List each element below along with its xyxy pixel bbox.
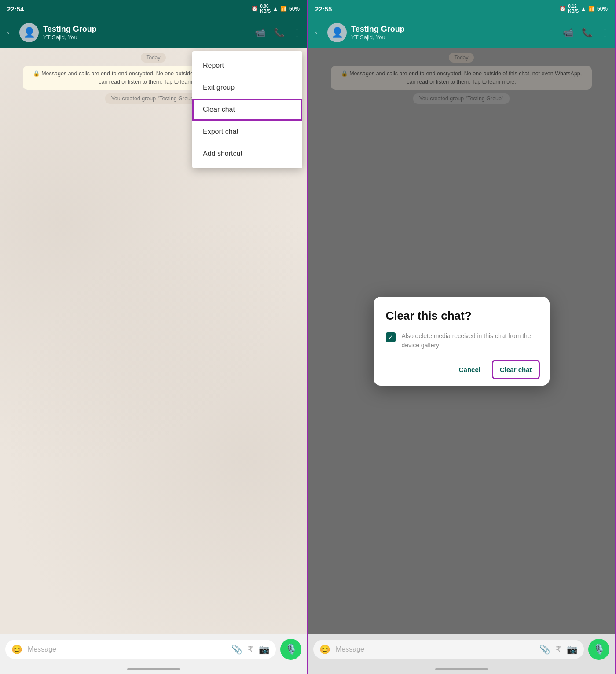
menu-item-add-shortcut-label: Add shortcut xyxy=(203,150,242,157)
right-back-button[interactable]: ← xyxy=(313,27,323,38)
clear-chat-dialog: Clear this chat? ✓ Also delete media rec… xyxy=(374,297,550,386)
group-title: Testing Group xyxy=(43,25,250,34)
video-call-icon[interactable]: 📹 xyxy=(255,27,266,38)
right-camera-icon[interactable]: 📷 xyxy=(567,644,578,655)
menu-item-exit-group[interactable]: Exit group xyxy=(192,77,302,99)
right-phone-call-icon[interactable]: 📞 xyxy=(582,27,593,38)
right-header-info: Testing Group YT Sajid, You xyxy=(351,25,558,41)
right-group-subtitle: YT Sajid, You xyxy=(351,34,558,41)
dialog-buttons: Cancel Clear chat xyxy=(386,362,537,377)
right-time: 22:55 xyxy=(315,5,332,13)
menu-item-export-chat[interactable]: Export chat xyxy=(192,121,302,143)
group-subtitle: YT Sajid, You xyxy=(43,34,250,41)
left-status-bar: 22:54 ⏰ 0.00KB/S ▲ 📶 50% xyxy=(0,0,307,18)
left-phone-panel: 22:54 ⏰ 0.00KB/S ▲ 📶 50% ← 👤 Testing Gro… xyxy=(0,0,308,674)
menu-item-exit-group-label: Exit group xyxy=(203,84,235,91)
right-header-actions: 📹 📞 ⋮ xyxy=(563,27,609,38)
right-battery-icon: 50% xyxy=(597,6,608,12)
dialog-checkbox-row: ✓ Also delete media received in this cha… xyxy=(386,331,537,350)
right-input-bar: 😊 Message 📎 ₹ 📷 🎙️ xyxy=(308,634,615,664)
battery-icon: 50% xyxy=(289,6,300,12)
right-chat-body: Today 🔒 Messages and calls are end-to-en… xyxy=(308,48,615,634)
menu-item-export-chat-label: Export chat xyxy=(203,128,238,135)
right-group-title: Testing Group xyxy=(351,25,558,34)
left-input-bar: 😊 Message 📎 ₹ 📷 🎙️ xyxy=(0,634,307,664)
checkbox-label-text: Also delete media received in this chat … xyxy=(402,331,537,350)
signal-icon: 📶 xyxy=(280,6,287,12)
group-created-message: You created group "Testing Group" xyxy=(105,93,202,104)
right-data-speed: 0.12KB/S xyxy=(568,4,579,14)
mic-icon: 🎙️ xyxy=(285,644,297,655)
right-status-icons: ⏰ 0.12KB/S ▲ 📶 50% xyxy=(559,4,608,14)
right-video-call-icon[interactable]: 📹 xyxy=(563,27,574,38)
right-message-input-field[interactable]: 😊 Message 📎 ₹ 📷 xyxy=(313,640,584,659)
message-input-field[interactable]: 😊 Message 📎 ₹ 📷 xyxy=(5,640,276,659)
right-message-placeholder[interactable]: Message xyxy=(336,645,534,653)
right-more-options-icon[interactable]: ⋮ xyxy=(601,27,609,38)
right-wifi-icon: ▲ xyxy=(581,6,586,12)
right-nav-bar xyxy=(308,664,615,674)
right-mic-icon: 🎙️ xyxy=(593,644,605,655)
camera-icon[interactable]: 📷 xyxy=(259,644,270,655)
menu-item-report-label: Report xyxy=(203,62,224,69)
dialog-title: Clear this chat? xyxy=(386,309,537,323)
wifi-icon: ▲ xyxy=(273,6,278,12)
right-alarm-icon: ⏰ xyxy=(559,6,566,12)
left-nav-bar xyxy=(0,664,307,674)
emoji-icon[interactable]: 😊 xyxy=(11,644,22,655)
dialog-overlay: Clear this chat? ✓ Also delete media rec… xyxy=(308,48,615,634)
header-actions: 📹 📞 ⋮ xyxy=(255,27,301,38)
menu-item-report[interactable]: Report xyxy=(192,55,302,77)
attach-icon[interactable]: 📎 xyxy=(231,644,242,655)
right-attach-icon[interactable]: 📎 xyxy=(539,644,550,655)
message-placeholder[interactable]: Message xyxy=(28,645,226,653)
nav-home-line xyxy=(127,668,180,670)
right-phone-panel: 22:55 ⏰ 0.12KB/S ▲ 📶 50% ← 👤 Testing Gro… xyxy=(308,0,616,674)
context-menu: Report Exit group Clear chat Export chat… xyxy=(192,51,302,168)
left-status-icons: ⏰ 0.00KB/S ▲ 📶 50% xyxy=(251,4,300,14)
right-chat-header: ← 👤 Testing Group YT Sajid, You 📹 📞 ⋮ xyxy=(308,18,615,48)
back-button[interactable]: ← xyxy=(5,27,15,38)
header-info: Testing Group YT Sajid, You xyxy=(43,25,250,41)
more-options-icon[interactable]: ⋮ xyxy=(293,27,301,38)
right-emoji-icon[interactable]: 😊 xyxy=(319,644,330,655)
avatar: 👤 xyxy=(19,23,39,42)
lock-icon: 🔒 xyxy=(33,70,40,77)
phone-call-icon[interactable]: 📞 xyxy=(274,27,285,38)
right-status-bar: 22:55 ⏰ 0.12KB/S ▲ 📶 50% xyxy=(308,0,615,18)
rupee-icon[interactable]: ₹ xyxy=(248,644,253,655)
date-badge: Today xyxy=(141,53,165,63)
menu-item-clear-chat[interactable]: Clear chat xyxy=(192,99,302,121)
left-chat-header: ← 👤 Testing Group YT Sajid, You 📹 📞 ⋮ xyxy=(0,18,307,48)
alarm-icon: ⏰ xyxy=(251,6,258,12)
menu-item-clear-chat-label: Clear chat xyxy=(203,106,235,113)
left-data-speed: 0.00KB/S xyxy=(260,4,271,14)
left-chat-body: Today 🔒 Messages and calls are end-to-en… xyxy=(0,48,307,634)
right-rupee-icon[interactable]: ₹ xyxy=(556,644,561,655)
left-time: 22:54 xyxy=(7,5,24,13)
right-avatar: 👤 xyxy=(327,23,347,42)
right-mic-button[interactable]: 🎙️ xyxy=(588,639,609,660)
checkmark-icon: ✓ xyxy=(388,334,393,341)
right-nav-home-line xyxy=(435,668,488,670)
clear-chat-button[interactable]: Clear chat xyxy=(495,362,537,377)
menu-item-add-shortcut[interactable]: Add shortcut xyxy=(192,143,302,165)
right-signal-icon: 📶 xyxy=(588,6,595,12)
mic-button[interactable]: 🎙️ xyxy=(280,639,301,660)
delete-media-checkbox[interactable]: ✓ xyxy=(386,332,396,342)
cancel-button[interactable]: Cancel xyxy=(455,362,484,377)
